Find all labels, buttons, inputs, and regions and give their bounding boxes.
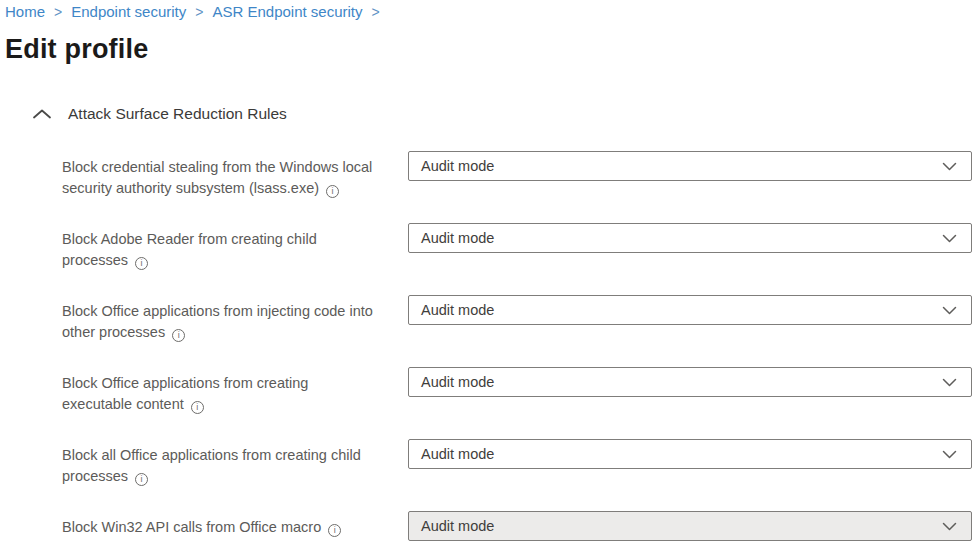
rule-label: Block all Office applications from creat… [62, 439, 408, 487]
rule-label: Block Adobe Reader from creating child p… [62, 223, 408, 271]
chevron-down-icon [942, 450, 957, 459]
asr-rules-list: Block credential stealing from the Windo… [62, 151, 972, 541]
dropdown-selected-value: Audit mode [421, 374, 494, 390]
section-title: Attack Surface Reduction Rules [68, 105, 287, 123]
asr-rule-row: Block Adobe Reader from creating child p… [62, 223, 972, 271]
info-icon[interactable]: i [328, 524, 341, 537]
dropdown-selected-value: Audit mode [421, 302, 494, 318]
asr-rule-row: Block all Office applications from creat… [62, 439, 972, 487]
rule-mode-dropdown[interactable]: Audit mode [408, 511, 972, 541]
info-icon[interactable]: i [326, 185, 339, 198]
rule-label: Block credential stealing from the Windo… [62, 151, 408, 199]
dropdown-selected-value: Audit mode [421, 446, 494, 462]
rule-label: Block Office applications from injecting… [62, 295, 408, 343]
chevron-down-icon [942, 306, 957, 315]
info-icon[interactable]: i [135, 473, 148, 486]
section-header-asr-rules[interactable]: Attack Surface Reduction Rules [32, 105, 972, 123]
breadcrumb: Home > Endpoint security > ASR Endpoint … [5, 2, 972, 22]
rule-label: Block Office applications from creating … [62, 367, 408, 415]
rule-mode-dropdown[interactable]: Audit mode [408, 295, 972, 325]
page-title: Edit profile [5, 34, 972, 65]
breadcrumb-asr-endpoint-security[interactable]: ASR Endpoint security [212, 2, 362, 22]
asr-rule-row: Block credential stealing from the Windo… [62, 151, 972, 199]
breadcrumb-endpoint-security[interactable]: Endpoint security [71, 2, 186, 22]
chevron-up-icon [32, 108, 52, 120]
info-icon[interactable]: i [191, 401, 204, 414]
breadcrumb-separator: > [195, 2, 203, 22]
breadcrumb-home[interactable]: Home [5, 2, 45, 22]
dropdown-selected-value: Audit mode [421, 230, 494, 246]
edit-profile-page: Home > Endpoint security > ASR Endpoint … [0, 0, 974, 541]
breadcrumb-separator: > [372, 2, 380, 22]
dropdown-selected-value: Audit mode [421, 158, 494, 174]
chevron-down-icon [942, 234, 957, 243]
asr-rule-row: Block Win32 API calls from Office macroi… [62, 511, 972, 541]
rule-mode-dropdown[interactable]: Audit mode [408, 151, 972, 181]
breadcrumb-separator: > [54, 2, 62, 22]
rule-mode-dropdown[interactable]: Audit mode [408, 223, 972, 253]
rule-label: Block Win32 API calls from Office macroi [62, 511, 408, 538]
chevron-down-icon [942, 522, 957, 531]
info-icon[interactable]: i [135, 257, 148, 270]
chevron-down-icon [942, 162, 957, 171]
asr-rule-row: Block Office applications from creating … [62, 367, 972, 415]
rule-mode-dropdown[interactable]: Audit mode [408, 367, 972, 397]
chevron-down-icon [942, 378, 957, 387]
info-icon[interactable]: i [172, 329, 185, 342]
dropdown-selected-value: Audit mode [421, 518, 494, 534]
asr-rule-row: Block Office applications from injecting… [62, 295, 972, 343]
rule-mode-dropdown[interactable]: Audit mode [408, 439, 972, 469]
